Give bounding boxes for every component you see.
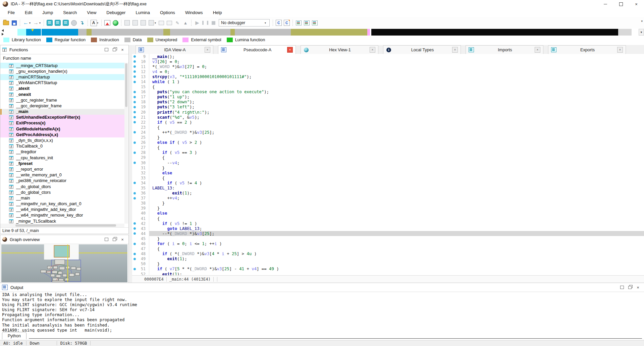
functions-column-header[interactable]: Function name [0,54,128,63]
tab-exports[interactable]: Exports× [548,45,626,54]
code-line-15[interactable]: 15{ [132,84,644,90]
functions-vertical-scrollbar[interactable] [124,63,128,224]
navigate-forward-button[interactable]: → [32,19,40,26]
open-file-button[interactable] [2,19,10,26]
code-line-45[interactable]: 45 } [132,236,644,241]
navband-segment[interactable] [291,29,367,36]
tab-imports[interactable]: Imports× [466,45,543,54]
function-row[interactable]: f__cpu_features_init [0,155,124,161]
function-row[interactable]: f__mingwthr_run_key_dtors_part_0 [0,201,124,207]
code-line-16[interactable]: 16 puts("you can choose one action to ex… [132,90,644,95]
function-row[interactable]: f_mainCRTStartup [0,74,124,80]
vertical-splitter[interactable] [129,45,132,283]
navband-segment[interactable] [235,29,291,36]
function-row[interactable]: f_dyn_tls_dtor(x,x,x) [0,137,124,143]
code-line-46[interactable]: 46 for ( i = 0; i <= 1; ++i ) [132,241,644,246]
function-row[interactable]: f__gcc_deregister_frame [0,103,124,109]
navband-segment[interactable] [26,29,78,36]
code-line-31[interactable]: 31 } [132,165,644,170]
function-row[interactable]: fGetModuleHandleA(x) [0,126,124,132]
function-row[interactable]: f__mingw_CRTStartup [0,63,124,68]
panel-maximize-button[interactable] [102,236,110,243]
code-line-42[interactable]: 42 if ( v5 != 1 ) [132,221,644,226]
function-row[interactable]: f_gnu_exception_handler(x) [0,68,124,74]
step-into-button[interactable] [123,19,131,26]
code-line-49[interactable]: 49 exit(1); [132,256,644,262]
code-line-18[interactable]: 18 puts("2 down"); [132,100,644,105]
menu-search[interactable]: Search [58,8,82,17]
navband-segment[interactable] [92,29,163,36]
function-row[interactable]: f_fpreset [0,161,124,166]
navband-segment[interactable] [367,29,370,36]
code-line-11[interactable]: 11*(_WORD *)&v3[27] = 0; [132,64,644,69]
menu-help[interactable]: Help [208,8,227,17]
compile-selection-button[interactable]: C [283,19,290,26]
menu-options[interactable]: Options [155,8,180,17]
code-line-44[interactable]: 44 --*(_DWORD *)&v3[25]; [132,231,644,236]
tab-close-icon[interactable]: × [535,47,540,53]
compile-file-button[interactable]: C [275,19,282,26]
code-line-47[interactable]: 47 { [132,246,644,251]
step-over-button[interactable] [131,19,139,26]
continue-process-button[interactable]: ▶ [194,19,201,26]
desktop-list-1-button[interactable] [295,19,302,26]
function-row[interactable]: f_main [0,109,124,115]
navigation-band[interactable]: ▼ [0,29,644,36]
up-button[interactable]: ▲ [182,19,189,26]
pseudocode-view[interactable]: 9__main();10v3[26] = 0;11*(_WORD *)&v3[2… [132,54,644,275]
code-line-39[interactable]: 39 } [132,206,644,211]
save-button[interactable] [10,19,18,26]
menu-file[interactable]: File [3,8,20,17]
python-cli-tab[interactable]: Python [2,332,26,339]
navband-segment[interactable] [163,29,170,36]
menu-edit[interactable]: Edit [20,8,37,17]
navband-segment[interactable] [371,29,618,36]
code-line-50[interactable]: 50 } [132,262,644,267]
stop-process-button[interactable] [210,19,217,26]
function-row[interactable]: f_mingw_TLScallback [0,218,124,224]
output-log[interactable]: IDA is analysing the input file...You ma… [0,292,644,333]
python-cli-input[interactable] [29,332,642,339]
code-line-29[interactable]: 29 { [132,155,644,160]
function-row[interactable]: f__do_global_dtors [0,184,124,189]
function-row[interactable]: f__report_error [0,166,124,172]
tab-local-types[interactable]: iLocal Types× [383,45,461,54]
navband-segment[interactable] [17,29,26,36]
code-line-40[interactable]: 40 else [132,211,644,216]
code-line-33[interactable]: 33 { [132,175,644,180]
panel-close-button[interactable]: × [118,236,126,243]
chevron-down-icon[interactable]: ▾ [155,21,157,24]
panel-close-button[interactable]: × [118,46,126,53]
function-row[interactable]: fGetProcAddress(x,x) [0,132,124,137]
toolbar-overflow-button[interactable]: ▾ [641,19,643,23]
tab-ida-view-a[interactable]: IDA View-A× [136,45,213,54]
panel-float-button[interactable] [110,46,118,53]
code-line-13[interactable]: 13strcpy(v3, "*11110100001010000101111#"… [132,74,644,79]
function-row[interactable]: f_WinMainCRTStartup [0,80,124,86]
code-line-21[interactable]: 21 scanf("%d", &v5); [132,115,644,120]
jump-xref-button[interactable]: ↴ [78,19,86,26]
desktop-list-2-button[interactable] [303,19,310,26]
jump-address-button[interactable] [46,19,53,26]
code-line-30[interactable]: 30 --v4; [132,160,644,165]
code-line-9[interactable]: 9__main(); [132,54,644,59]
code-line-25[interactable]: 25 } [132,135,644,140]
function-row[interactable]: f__do_global_ctors [0,189,124,195]
pause-process-button[interactable] [202,19,209,26]
navigate-back-button[interactable]: ← [22,19,30,26]
debugger-select[interactable]: No debugger ▾ [219,19,270,26]
navband-scroll-arrows[interactable] [1,29,6,36]
function-row[interactable]: f__w64_mingwthr_remove_key_dtor [0,213,124,218]
function-row[interactable]: f__tlregdtor [0,149,124,155]
menu-jump[interactable]: Jump [37,8,58,17]
code-line-51[interactable]: 51 if ( v7[5 * *(_DWORD *)&v3[25] - 41 +… [132,267,644,272]
tab-close-icon[interactable]: × [452,47,458,53]
function-row[interactable]: fExitProcess(x) [0,120,124,126]
code-line-48[interactable]: 48 if ( *(_DWORD *)&v3[4 * i + 25] > 4u … [132,251,644,256]
chevron-down-icon[interactable]: ▾ [39,21,42,24]
function-row[interactable]: f_atexit [0,86,124,92]
maximize-button[interactable] [613,0,629,8]
jump-name-button[interactable] [54,19,61,26]
code-line-37[interactable]: 37 ++v4; [132,196,644,201]
code-line-38[interactable]: 38 } [132,201,644,206]
